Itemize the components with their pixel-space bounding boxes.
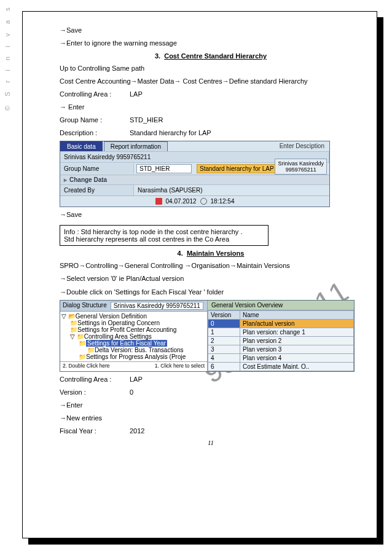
tree-node[interactable]: Delta Version: Bus. Transactions — [61, 347, 206, 353]
clock-icon — [200, 198, 207, 205]
table-row[interactable]: 1Plan version: change 1 — [208, 328, 354, 336]
step-new-entries: New entries — [60, 413, 362, 423]
text-line: Select version '0' ie Plan/Actual versio… — [60, 274, 362, 284]
controlling-area: Controlling Area : LAP — [60, 89, 362, 100]
tree-node-settings-fiscal-year[interactable]: Settings for Each Fiscal Year — [61, 340, 206, 347]
tree-node[interactable]: ▽ Controlling Area Settings — [61, 333, 206, 340]
group-name-label: Group Name — [60, 163, 134, 174]
sap-basic-data-panel: Basic data Report information Enter Desc… — [60, 141, 330, 207]
step-save: Save — [60, 25, 362, 36]
tab-report-information[interactable]: Report information — [104, 141, 168, 151]
created-by-label: Created By — [60, 185, 134, 195]
tree-node[interactable]: Settings in Operating Concern — [61, 320, 206, 326]
tree-node[interactable]: Settings for Profit Center Accounting — [61, 326, 206, 333]
table-row[interactable]: 6Cost Estimate Maint. O.. — [208, 362, 354, 371]
info-box: Info : Std hierarchy is top node in the … — [60, 225, 269, 246]
dialog-structure-label: Dialog Structure — [63, 302, 107, 310]
date-value: 04.07.2012 — [166, 198, 197, 205]
tab-basic-data[interactable]: Basic data — [60, 141, 103, 151]
description: Description : Standard hierarchy for LAP — [60, 128, 362, 138]
table-row[interactable]: 2Plan version 2 — [208, 336, 354, 345]
enter-description-hint: Enter Desciption — [275, 141, 329, 151]
step-enter: Enter — [60, 400, 362, 411]
section-3-title: 3. Cost Centre Standard Hierarchy — [60, 52, 362, 60]
change-data-header: ▸Change Data — [60, 175, 329, 184]
text-line: SPRO→Controlling→General Controlling →Or… — [60, 261, 362, 271]
group-name-field[interactable]: STD_HIER — [136, 164, 192, 173]
general-version-overview-title: General Version Overview — [208, 301, 354, 310]
step-save: Save — [60, 210, 362, 220]
time-value: 18:12:54 — [211, 198, 235, 205]
text-line: Up to Controlling Same path — [60, 63, 362, 74]
text-line: Double click on 'Settings for Each Fisca… — [60, 287, 362, 297]
version-table: Version Name 0Plan/actual version 1Plan … — [208, 310, 354, 371]
corner-badge: Srinivas Kasireddy 9959765211 — [275, 159, 327, 175]
version: Version : 0 — [60, 387, 362, 398]
sap-dialog-structure-panel: Dialog Structure Srinivas Kasireddy 9959… — [60, 300, 355, 372]
table-row[interactable]: 0Plan/actual version — [208, 319, 354, 328]
calendar-icon — [155, 198, 162, 205]
tree-node[interactable]: Settings for Progress Analysis (Proje — [61, 353, 206, 360]
step-enter: Enter — [60, 102, 362, 112]
table-row[interactable]: 4Plan version 4 — [208, 353, 354, 362]
table-row[interactable]: 3Plan version 3 — [208, 345, 354, 353]
text-line: Cost Centre Accounting→Master Data→ Cost… — [60, 76, 362, 87]
group-name: Group Name : STD_HIER — [60, 115, 362, 125]
tree-node[interactable]: ▽ General Version Definition — [61, 313, 206, 320]
col-name[interactable]: Name — [240, 310, 354, 319]
document-page: +91-9959765211 Save Enter to ignore the … — [22, 11, 377, 538]
controlling-area-2: Controlling Area : LAP — [60, 374, 362, 385]
page-number: 11 — [60, 439, 362, 446]
tree-view: ▽ General Version Definition Settings in… — [60, 312, 207, 361]
col-version[interactable]: Version — [208, 310, 240, 319]
section-4-title: 4. Maintain Versions — [60, 250, 362, 257]
annotation-2: 2. Double Click here — [63, 363, 110, 369]
created-by-value: Narasimha (SAPUSER) — [134, 185, 206, 195]
side-watermark: © S r i n i v a s a K a s i r e d d y © … — [4, 0, 11, 111]
panel-owner: Srinivas Kasireddy 9959765211 — [111, 302, 203, 310]
step-enter-ignore: Enter to ignore the warning message — [60, 38, 362, 49]
fiscal-year: Fiscal Year : 2012 — [60, 426, 362, 436]
annotation-1: 1. Click here to select — [155, 363, 205, 369]
